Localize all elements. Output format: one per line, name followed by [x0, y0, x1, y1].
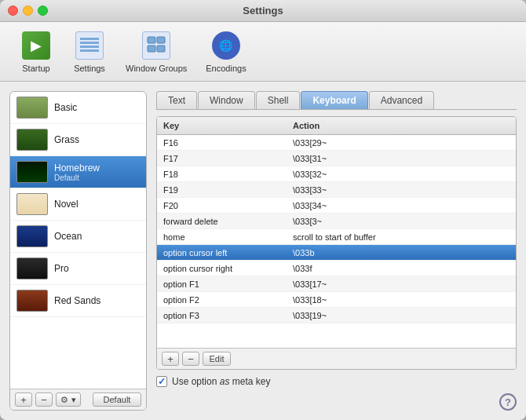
- close-button[interactable]: [8, 5, 18, 16]
- settings-icon: [74, 30, 105, 61]
- profile-item-pro[interactable]: Pro: [10, 253, 146, 285]
- profile-item-homebrew[interactable]: HomebrewDefault: [10, 156, 146, 188]
- cell-action: scroll to start of buffer: [287, 231, 516, 243]
- toolbar-encodings[interactable]: 🌐 Encodings: [199, 27, 252, 76]
- remove-binding-button[interactable]: −: [182, 352, 199, 366]
- svg-rect-0: [80, 38, 99, 40]
- cell-key: F20: [157, 199, 287, 212]
- toolbar-startup[interactable]: ▶ Startup: [13, 27, 60, 76]
- cell-action: \033[3~: [287, 215, 516, 228]
- tab-keyboard[interactable]: Keyboard: [301, 91, 367, 109]
- tab-window[interactable]: Window: [198, 91, 255, 109]
- profile-item-basic[interactable]: Basic: [10, 92, 146, 124]
- cell-action: \033[31~: [287, 152, 516, 165]
- tabs-bar: TextWindowShellKeyboardAdvanced: [156, 91, 517, 110]
- svg-rect-2: [80, 46, 99, 48]
- table-row[interactable]: option cursor left\033b: [157, 245, 516, 261]
- profile-thumb-novel: [16, 193, 48, 215]
- table-header: Key Action: [157, 117, 516, 135]
- table-row[interactable]: F19\033[33~: [157, 182, 516, 198]
- profile-thumb-red-sands: [16, 290, 48, 312]
- maximize-button[interactable]: [38, 5, 48, 16]
- cell-key: option cursor right: [157, 262, 287, 275]
- svg-rect-5: [157, 37, 165, 43]
- content-area: BasicGrassHomebrewDefaultNovelOceanProRe…: [0, 82, 526, 420]
- option-meta-label: Use option as meta key: [172, 376, 270, 387]
- use-option-meta-checkbox[interactable]: ✓: [156, 376, 167, 387]
- table-row[interactable]: option F1\033[17~: [157, 276, 516, 292]
- cell-key: F18: [157, 168, 287, 181]
- tab-text[interactable]: Text: [156, 91, 197, 109]
- cell-key: F16: [157, 137, 287, 149]
- profile-name-novel: Novel: [54, 199, 79, 210]
- key-bindings-table: Key Action F16\033[29~F17\033[31~F18\033…: [156, 116, 517, 370]
- cell-action: \033[19~: [287, 309, 516, 322]
- add-binding-button[interactable]: +: [162, 352, 179, 366]
- svg-rect-6: [148, 46, 155, 52]
- gear-menu-button[interactable]: ⚙ ▾: [56, 393, 81, 407]
- cell-action: \033[32~: [287, 168, 516, 181]
- table-row[interactable]: forward delete\033[3~: [157, 214, 516, 229]
- profile-thumb-grass: [16, 129, 48, 151]
- table-body[interactable]: F16\033[29~F17\033[31~F18\033[32~F19\033…: [157, 135, 516, 348]
- profile-name-homebrew: Homebrew: [54, 163, 100, 173]
- toolbar-settings-label: Settings: [74, 64, 105, 73]
- toolbar: ▶ Startup Settings: [0, 22, 526, 82]
- cell-action: \033[33~: [287, 184, 516, 196]
- tab-shell[interactable]: Shell: [256, 91, 301, 109]
- table-row[interactable]: F17\033[31~: [157, 151, 516, 166]
- table-row[interactable]: option cursor right\033f: [157, 261, 516, 276]
- toolbar-startup-label: Startup: [22, 64, 49, 73]
- cell-key: option F3: [157, 309, 287, 322]
- profiles-list: BasicGrassHomebrewDefaultNovelOceanProRe…: [10, 92, 146, 389]
- traffic-lights: [8, 5, 48, 16]
- window-groups-icon: [141, 30, 172, 61]
- tab-advanced[interactable]: Advanced: [369, 91, 434, 109]
- titlebar: Settings: [0, 0, 526, 22]
- table-row[interactable]: option F3\033[19~: [157, 308, 516, 323]
- svg-rect-1: [80, 42, 99, 44]
- minimize-button[interactable]: [23, 5, 33, 16]
- cell-key: forward delete: [157, 215, 287, 228]
- profile-item-red-sands[interactable]: Red Sands: [10, 285, 146, 317]
- profile-name-grass: Grass: [54, 134, 79, 145]
- help-button[interactable]: ?: [499, 393, 517, 411]
- cell-action: \033[17~: [287, 278, 516, 290]
- startup-icon: ▶: [20, 30, 52, 61]
- cell-action: \033f: [287, 262, 516, 275]
- cell-action: \033b: [287, 247, 516, 259]
- toolbar-window-groups[interactable]: Window Groups: [119, 27, 193, 76]
- profile-thumb-pro: [16, 257, 48, 279]
- cell-key: option F2: [157, 294, 287, 306]
- cell-action: \033[18~: [287, 294, 516, 306]
- toolbar-window-groups-label: Window Groups: [126, 64, 187, 73]
- edit-binding-button[interactable]: Edit: [203, 352, 231, 366]
- encodings-icon: 🌐: [210, 30, 242, 61]
- svg-rect-3: [80, 49, 99, 52]
- cell-action: \033[34~: [287, 199, 516, 212]
- table-row[interactable]: F20\033[34~: [157, 198, 516, 214]
- table-row[interactable]: F18\033[32~: [157, 166, 516, 182]
- table-row[interactable]: homescroll to start of buffer: [157, 229, 516, 245]
- profile-default-label-homebrew: Default: [54, 173, 100, 182]
- checkbox-check-mark: ✓: [158, 376, 166, 387]
- profile-thumb-homebrew: [16, 161, 48, 183]
- svg-rect-4: [148, 37, 155, 43]
- toolbar-settings[interactable]: Settings: [66, 27, 113, 76]
- profile-thumb-ocean: [16, 225, 48, 247]
- remove-profile-button[interactable]: −: [35, 393, 53, 407]
- profile-item-grass[interactable]: Grass: [10, 124, 146, 156]
- profile-name-basic: Basic: [54, 102, 77, 113]
- add-profile-button[interactable]: +: [15, 393, 32, 407]
- profile-item-novel[interactable]: Novel: [10, 188, 146, 221]
- cell-action: \033[29~: [287, 137, 516, 149]
- settings-window: Settings ▶ Startup Settings: [0, 0, 526, 420]
- set-default-button[interactable]: Default: [93, 393, 141, 407]
- table-row[interactable]: F16\033[29~: [157, 135, 516, 151]
- svg-rect-7: [157, 46, 165, 52]
- cell-key: F17: [157, 152, 287, 165]
- right-panel: TextWindowShellKeyboardAdvanced Key Acti…: [156, 91, 517, 411]
- profile-item-ocean[interactable]: Ocean: [10, 221, 146, 253]
- option-area: ✓ Use option as meta key: [156, 376, 517, 387]
- table-row[interactable]: option F2\033[18~: [157, 292, 516, 308]
